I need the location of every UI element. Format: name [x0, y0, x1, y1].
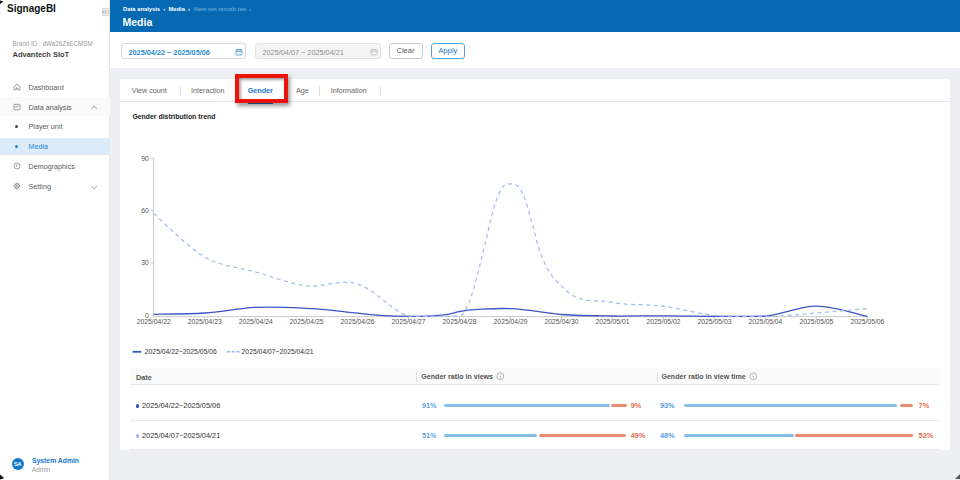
svg-text:60: 60 — [141, 207, 149, 214]
svg-text:2025/05/04: 2025/05/04 — [748, 318, 782, 325]
svg-text:2025/05/06: 2025/05/06 — [850, 318, 884, 325]
svg-text:2025/04/27: 2025/04/27 — [392, 318, 426, 325]
svg-text:2025/04/22: 2025/04/22 — [137, 318, 171, 325]
svg-text:30: 30 — [141, 259, 149, 266]
svg-text:2025/04/07~2025/04/21: 2025/04/07~2025/04/21 — [242, 348, 314, 355]
svg-text:2025/04/23: 2025/04/23 — [188, 318, 222, 325]
svg-text:2025/05/03: 2025/05/03 — [697, 318, 731, 325]
svg-text:2025/05/01: 2025/05/01 — [595, 318, 629, 325]
svg-text:2025/04/22~2025/05/06: 2025/04/22~2025/05/06 — [145, 348, 217, 355]
svg-text:2025/04/28: 2025/04/28 — [443, 318, 477, 325]
svg-text:90: 90 — [141, 155, 149, 162]
svg-text:2025/04/30: 2025/04/30 — [544, 318, 578, 325]
svg-text:2025/04/24: 2025/04/24 — [239, 318, 273, 325]
svg-text:2025/04/29: 2025/04/29 — [494, 318, 528, 325]
svg-text:2025/05/05: 2025/05/05 — [799, 318, 833, 325]
svg-text:2025/04/25: 2025/04/25 — [290, 318, 324, 325]
svg-text:2025/04/26: 2025/04/26 — [341, 318, 375, 325]
svg-text:2025/05/02: 2025/05/02 — [646, 318, 680, 325]
